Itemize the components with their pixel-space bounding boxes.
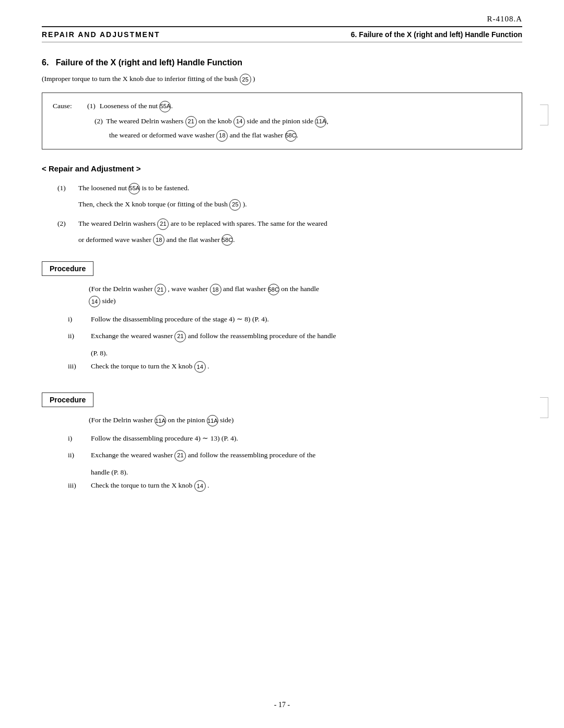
page-reference: R-4108.A	[487, 15, 522, 24]
proc1-ii-text: Exchange the weared wasner 21 and follow…	[91, 330, 336, 342]
repair-1-sub: Then, check the X knob torque (or fittin…	[78, 199, 522, 211]
proc1-step-ii: ii) Exchange the weared wasner 21 and fo…	[68, 330, 522, 342]
part-21-proc1-ii: 21	[174, 331, 186, 342]
repair-items: (1) The loosened nut 55A is to be fasten…	[57, 182, 522, 246]
part-25-repair: 25	[229, 199, 241, 211]
proc1-step-iii: iii) Check the torque to turn the X knob…	[68, 361, 522, 373]
procedure-box-2: Procedure	[42, 392, 93, 407]
proc2-ii-text: Exchange the weared washer 21 and follow…	[91, 449, 315, 461]
part-18-cause: 18	[216, 130, 228, 142]
repair-item-2: (2) The weared Delrin washers 21 are to …	[57, 218, 522, 230]
proc2-iii-label: iii)	[68, 480, 85, 491]
part-14-proc1: 14	[89, 296, 100, 307]
proc1-i-label: i)	[68, 314, 85, 325]
cause-row-1: Cause: (1) Looseness of the nut 55A.	[53, 100, 511, 112]
cause-row-2: (2) The weared Delrin washers 21 on the …	[95, 115, 511, 128]
repair-2-text: The weared Delrin washers 21 are to be r…	[78, 218, 327, 230]
bracket-mid	[540, 397, 548, 418]
page-number: - 17 -	[274, 701, 290, 709]
procedure-1-intro: (For the Delrin washer 21 , wave washer …	[89, 283, 522, 307]
part-21-repair: 21	[157, 218, 169, 230]
part-14-proc2-iii: 14	[194, 480, 206, 492]
part-14-proc1-iii: 14	[194, 361, 206, 373]
section-title: 6. Failure of the X (right and left) Han…	[42, 58, 522, 67]
repair-section-title: < Repair and Adjustment >	[42, 164, 522, 173]
cause-1-num: (1)	[87, 100, 96, 112]
procedure-box-1: Procedure	[42, 261, 93, 276]
repair-2-num: (2)	[57, 218, 73, 229]
bracket-top	[540, 105, 548, 125]
part-21-proc2-ii: 21	[174, 450, 186, 461]
proc1-step-i: i) Follow the disassembling procedure of…	[68, 314, 522, 325]
proc2-step-iii: iii) Check the torque to turn the X knob…	[68, 480, 522, 492]
part-11A-cause: 11A	[315, 116, 326, 128]
proc1-iii-label: iii)	[68, 361, 85, 372]
header-bar: REPAIR AND ADJUSTMENT 6. Failure of the …	[42, 26, 522, 42]
proc2-step-i: i) Follow the disassembling procedure 4)…	[68, 433, 522, 444]
part-58C-proc1: 58C	[268, 284, 279, 295]
repair-1-num: (1)	[57, 182, 73, 194]
procedure-section-2: Procedure (For the Delrin washer 11A on …	[42, 388, 522, 492]
part-58C-repair: 58C	[221, 234, 233, 246]
header-left: REPAIR AND ADJUSTMENT	[42, 30, 160, 39]
intro-text: (Improper torque to turn the X knob due …	[42, 74, 522, 85]
part-11A-proc2-b: 11A	[207, 415, 218, 426]
cause-2-num: (2)	[95, 117, 103, 125]
repair-1-text: The loosened nut 55A is to be fastened.	[78, 182, 189, 194]
cause-label: Cause:	[53, 100, 83, 112]
part-18-repair: 18	[153, 234, 164, 246]
proc1-i-text: Follow the disassembling procedure of th…	[91, 314, 269, 325]
proc1-iii-text: Check the torque to turn the X knob 14 .	[91, 361, 209, 373]
part-55A-repair: 55A	[128, 183, 140, 194]
proc2-ii-sub: handle (P. 8).	[91, 467, 522, 478]
proc1-ii-label: ii)	[68, 330, 85, 342]
proc1-ii-sub: (P. 8).	[91, 348, 522, 359]
proc2-i-text: Follow the disassembling procedure 4) ∼ …	[91, 433, 238, 444]
proc2-ii-label: ii)	[68, 449, 85, 461]
cause-row-2b: the weared or deformed wave washer 18 an…	[109, 130, 511, 142]
repair-2-sub: or deformed wave washer 18 and the flat …	[78, 234, 522, 246]
proc2-iii-text: Check the torque to turn the X knob 14 .	[91, 480, 209, 492]
procedure-section-1: Procedure (For the Delrin washer 21 , wa…	[42, 257, 522, 373]
procedure-2-steps: i) Follow the disassembling procedure 4)…	[68, 433, 522, 492]
proc2-i-label: i)	[68, 433, 85, 444]
procedure-1-steps: i) Follow the disassembling procedure of…	[68, 314, 522, 373]
part-55A-cause: 55A	[159, 101, 171, 112]
cause-1-text: Looseness of the nut 55A.	[100, 100, 173, 112]
part-58C-cause: 58C	[285, 130, 297, 142]
part-14-cause: 14	[233, 116, 245, 128]
header-right: 6. Failure of the X (right and left) Han…	[351, 30, 522, 39]
part-11A-proc2-a: 11A	[155, 415, 166, 426]
part-25: 25	[240, 74, 251, 85]
page: R-4108.A REPAIR AND ADJUSTMENT 6. Failur…	[0, 0, 564, 728]
proc2-step-ii: ii) Exchange the weared washer 21 and fo…	[68, 449, 522, 461]
part-21-proc1: 21	[155, 284, 166, 295]
part-21-cause: 21	[185, 116, 197, 128]
cause-box: Cause: (1) Looseness of the nut 55A. (2)…	[42, 93, 522, 149]
part-18-proc1: 18	[210, 284, 221, 295]
repair-item-1: (1) The loosened nut 55A is to be fasten…	[57, 182, 522, 194]
procedure-2-intro: (For the Delrin washer 11A on the pinion…	[89, 414, 522, 426]
